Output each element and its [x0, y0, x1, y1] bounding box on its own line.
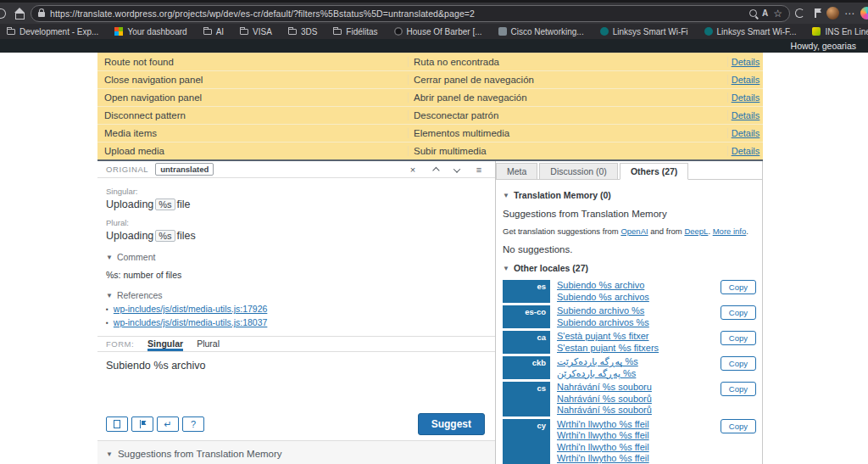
original-cell: Route not found — [97, 57, 408, 67]
bookmark-item[interactable]: INS En Linea — [812, 27, 868, 36]
other-locales-toggle[interactable]: ▼Other locales (27) — [503, 263, 759, 273]
locale-translation-link[interactable]: Nahrávání %s souborů — [557, 394, 652, 404]
tab-discussion[interactable]: Discussion (0) — [539, 163, 618, 180]
copy-button[interactable]: Copy — [721, 419, 756, 433]
copy-button[interactable]: Copy — [721, 305, 756, 320]
bookmark-item[interactable]: House Of Barber [... — [394, 27, 482, 36]
profile-avatar[interactable] — [826, 7, 839, 20]
form-tab-singular[interactable]: Singular — [147, 338, 183, 351]
translations-table: Route not found Ruta no encontrada Detai… — [97, 53, 763, 159]
bookmark-item[interactable]: AI — [203, 27, 224, 36]
locale-translation-link[interactable]: Wrthi'n llwytho %s ffeil — [557, 419, 649, 429]
favorite-star-icon[interactable]: ☆ — [773, 8, 782, 20]
locale-translation-link[interactable]: Subiendo archivos %s — [557, 317, 649, 327]
howdy-account[interactable]: Howdy, geoarias — [791, 41, 856, 51]
details-link[interactable]: Details — [732, 75, 760, 85]
table-row[interactable]: Open navigation panel Abrir panel de nav… — [97, 89, 763, 107]
chevron-down-icon[interactable] — [449, 165, 465, 175]
copy-button[interactable]: Copy — [721, 331, 756, 345]
table-row[interactable]: Close navigation panel Cerrar panel de n… — [97, 71, 763, 89]
insert-marker-button[interactable] — [131, 416, 153, 432]
bookmark-label: INS En Linea — [825, 27, 868, 36]
site-favicon — [394, 27, 403, 36]
tab-others[interactable]: Others (27) — [620, 163, 688, 180]
locale-translation-link[interactable]: پەڕگە باردەکرێن %s — [557, 368, 636, 378]
locale-translation-link[interactable]: Wrthi'n llwytho %s ffeil — [557, 442, 649, 452]
details-link[interactable]: Details — [732, 146, 760, 156]
bookmark-item[interactable]: Linksys Smart Wi-F... — [704, 27, 797, 36]
insert-newline-button[interactable]: ↵ — [157, 416, 179, 432]
read-aloud-icon[interactable]: A — [762, 8, 768, 18]
translation-memory-toggle[interactable]: ▼Translation Memory (0) — [503, 190, 759, 200]
form-tab-plural[interactable]: Plural — [197, 338, 220, 351]
references-section-toggle[interactable]: ▼References — [106, 290, 487, 300]
zoom-icon[interactable] — [749, 9, 757, 17]
copy-button[interactable]: Copy — [721, 280, 756, 294]
suggest-button[interactable]: Suggest — [418, 413, 485, 435]
table-row[interactable]: Media items Elementos multimedia Details — [97, 125, 763, 143]
locale-badge: ckb — [503, 356, 550, 379]
refresh-icon[interactable] — [2, 8, 6, 19]
site-favicon — [600, 27, 609, 36]
bookmark-item[interactable]: Fidélitas — [333, 27, 377, 36]
help-button[interactable]: ? — [182, 416, 204, 432]
bookmark-label: AI — [216, 27, 224, 36]
copy-button[interactable]: Copy — [721, 382, 756, 396]
reference-link[interactable]: wp-includes/js/dist/media-utils.js:17926 — [114, 304, 268, 314]
bookmark-item[interactable]: Cisco Networking... — [498, 27, 584, 36]
bullet-icon: ▪ — [106, 305, 108, 313]
home-icon[interactable] — [14, 8, 25, 19]
bookmark-item[interactable]: VISA — [240, 27, 272, 36]
table-row[interactable]: Upload media Subir multimedia Details — [97, 143, 763, 160]
bookmark-label: Development - Exp... — [19, 27, 98, 36]
details-link[interactable]: Details — [732, 92, 760, 103]
more-menu-icon[interactable]: ⋯ — [844, 8, 855, 20]
wp-admin-bar: Howdy, geoarias — [0, 39, 868, 53]
bookmark-item[interactable]: Linksys Smart Wi-Fi — [600, 27, 688, 36]
locale-translation-link[interactable]: Wrthi'n llwytho %s ffeil — [557, 430, 649, 440]
other-locales-list: es Subiendo %s archivo Subiendo %s archi… — [503, 280, 759, 464]
locale-translation-link[interactable]: Subiendo archivo %s — [557, 305, 644, 316]
details-link[interactable]: Details — [732, 110, 760, 120]
bookmark-item[interactable]: 3DS — [288, 27, 317, 36]
locale-translation-link[interactable]: Wrthi'n llwytho %s ffeil — [557, 453, 649, 463]
deepl-link[interactable]: DeepL — [684, 226, 708, 236]
comment-section-toggle[interactable]: ▼Comment — [106, 252, 487, 262]
copy-button[interactable]: Copy — [721, 356, 756, 371]
editor-toolbar: ↵ ? Suggest — [97, 411, 495, 440]
more-info-link[interactable]: More info — [713, 226, 747, 236]
table-row[interactable]: Disconnect pattern Desconectar patrón De… — [97, 107, 763, 125]
url-text[interactable]: https://translate.wordpress.org/projects… — [50, 8, 744, 19]
bookmarks-bar: Development - Exp... Your dashboard AI V… — [0, 24, 868, 39]
table-row[interactable]: Route not found Ruta no encontrada Detai… — [97, 53, 763, 71]
locale-translation-link[interactable]: Nahrávání %s souborů — [557, 405, 652, 415]
copilot-icon[interactable] — [860, 7, 868, 20]
openai-link[interactable]: OpenAI — [620, 226, 648, 236]
copy-original-button[interactable] — [106, 416, 128, 432]
tab-meta[interactable]: Meta — [496, 163, 537, 180]
bookmark-label: VISA — [253, 27, 272, 36]
details-link[interactable]: Details — [732, 57, 760, 67]
close-icon[interactable]: × — [405, 165, 420, 175]
bookmark-item[interactable]: Development - Exp... — [7, 27, 98, 36]
locale-translation-link[interactable]: Subiendo %s archivo — [557, 280, 644, 290]
reference-link[interactable]: wp-includes/js/dist/media-utils.js:18037 — [114, 317, 268, 327]
locale-translation-link[interactable]: پەڕگە باردەکرێت %s — [557, 356, 638, 366]
chevron-up-icon[interactable] — [427, 165, 442, 175]
glossary-term: media — [138, 146, 164, 156]
locale-badge: es — [503, 280, 550, 303]
browser-essentials-icon[interactable] — [795, 8, 804, 18]
collections-icon[interactable] — [815, 8, 821, 18]
menu-icon[interactable]: ≡ — [471, 165, 487, 175]
suggestions-title-toggle[interactable]: ▼Suggestions from Translation Memory — [106, 449, 487, 459]
original-cell: Disconnect pattern — [97, 110, 408, 120]
locale-translation-link[interactable]: Nahrávání %s souboru — [557, 382, 652, 392]
details-link[interactable]: Details — [732, 128, 760, 138]
locale-translation-link[interactable]: Subiendo %s archivos — [557, 292, 649, 302]
translation-textarea[interactable]: Subiendo %s archivo — [97, 352, 495, 411]
bookmark-item[interactable]: Your dashboard — [114, 27, 186, 36]
locale-translation-link[interactable]: S'estan pujant %s fitxers — [557, 343, 659, 353]
address-bar[interactable]: https://translate.wordpress.org/projects… — [31, 5, 790, 22]
locale-translation-link[interactable]: S'està pujant %s fitxer — [557, 331, 649, 341]
browser-toolbar: https://translate.wordpress.org/projects… — [0, 0, 868, 24]
